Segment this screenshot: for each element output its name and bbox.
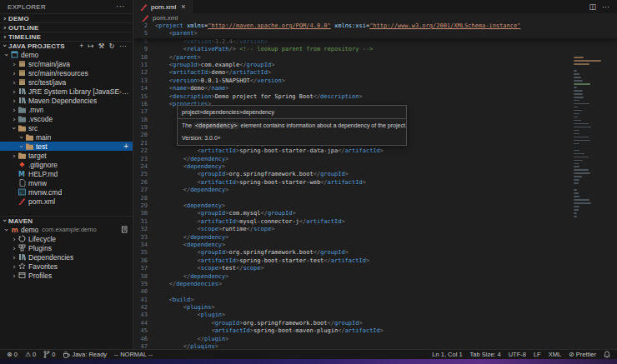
line-number[interactable]: 25	[133, 171, 155, 178]
more-actions-icon[interactable]: ···	[119, 42, 127, 50]
java-projects-item-gitignore[interactable]: .gitignore	[0, 160, 133, 169]
java-projects-item-mvnw-cmd[interactable]: ›mvnw.cmd	[0, 187, 133, 197]
code-line-25[interactable]: 25 <groupId>org.springframework.boot</gr…	[133, 171, 617, 178]
status-encoding[interactable]: UTF-8	[509, 351, 526, 358]
java-projects-item-jre-system-library-javase-21[interactable]: ›JRE System Library [JavaSE-21]	[0, 87, 133, 96]
line-number[interactable]: 38	[133, 273, 155, 281]
line-number[interactable]: 2	[133, 22, 155, 30]
line-number[interactable]: 12	[133, 69, 155, 77]
line-number[interactable]: 32	[133, 226, 155, 233]
code-line-37[interactable]: 37 <scope>test</scope>	[133, 265, 617, 272]
split-editor-icon[interactable]: ◫	[589, 2, 596, 11]
status-warnings[interactable]: ⚠0	[25, 351, 36, 358]
close-icon[interactable]: ×	[181, 3, 185, 10]
line-number[interactable]: 47	[133, 343, 155, 349]
line-number[interactable]: 24	[133, 163, 155, 171]
line-number[interactable]: 10	[133, 54, 155, 62]
java-projects-item-src-main-java[interactable]: ›src/main/java	[0, 59, 133, 68]
java-projects-item-main[interactable]: ›main	[0, 132, 133, 142]
code-line-32[interactable]: 32 <scope>runtime</scope>	[133, 226, 617, 233]
line-number[interactable]: 27	[133, 187, 155, 194]
code-line-10[interactable]: 10 </parent>	[133, 54, 617, 62]
code-line-12[interactable]: 12 <artifactId>demo</artifactId>	[133, 69, 617, 77]
code-line-27[interactable]: 27 </dependency>	[133, 187, 617, 194]
section-outline[interactable]: ›OUTLINE	[0, 22, 133, 32]
code-editor[interactable]: 8 <version>3.2.4</version>9 <relativePat…	[133, 22, 617, 349]
line-number[interactable]: 37	[133, 265, 155, 272]
code-line-43[interactable]: 43 <plugin>	[133, 312, 617, 319]
line-number[interactable]: 42	[133, 304, 155, 312]
code-line-2[interactable]: 2<project xmlns="http://maven.apache.org…	[133, 22, 617, 30]
status-eol[interactable]: LF	[534, 351, 541, 358]
line-number[interactable]: 8	[133, 38, 155, 46]
code-line-42[interactable]: 42 <plugins>	[133, 304, 617, 312]
java-projects-item-pom-xml[interactable]: pom.xml	[0, 197, 133, 206]
code-line-29[interactable]: 29 <dependency>	[133, 202, 617, 210]
java-projects-item-maven-dependencies[interactable]: ›Maven Dependencies	[0, 96, 133, 105]
maven-item-plugins[interactable]: ›Plugins	[0, 243, 133, 252]
line-number[interactable]: 14	[133, 85, 155, 92]
code-line-9[interactable]: 9 <relativePath/> <!-- lookup parent fro…	[133, 46, 617, 53]
line-number[interactable]: 41	[133, 297, 155, 304]
status-errors[interactable]: ⊗0	[7, 351, 18, 358]
breadcrumb-item[interactable]: pom.xml	[153, 14, 178, 22]
maven-item-profiles[interactable]: ›Profiles	[0, 271, 133, 280]
more-actions-icon[interactable]: ···	[602, 2, 609, 11]
maven-item-favorites[interactable]: ›Favorites	[0, 262, 133, 271]
status-language-mode[interactable]: XML	[549, 351, 561, 358]
line-number[interactable]: 9	[133, 46, 155, 53]
line-number[interactable]: 44	[133, 320, 155, 327]
new-file-icon[interactable]: +	[123, 143, 130, 150]
section-demo[interactable]: ›DEMO	[0, 13, 133, 22]
code-line-24[interactable]: 24 <dependency>	[133, 163, 617, 171]
line-number[interactable]: 40	[133, 288, 155, 296]
line-number[interactable]: 34	[133, 242, 155, 249]
line-number[interactable]: 28	[133, 195, 155, 202]
code-line-31[interactable]: 31 <artifactId>mysql-connector-j</artifa…	[133, 218, 617, 226]
line-number[interactable]: 30	[133, 210, 155, 217]
section-maven[interactable]: › MAVEN	[0, 216, 133, 225]
code-line-36[interactable]: 36 <artifactId>spring-boot-starter-test<…	[133, 257, 617, 265]
maven-item-dependencies[interactable]: ›Dependencies	[0, 252, 133, 262]
line-number[interactable]: 35	[133, 249, 155, 257]
code-line-8[interactable]: 8 <version>3.2.4</version>	[133, 38, 617, 46]
code-line-30[interactable]: 30 <groupId>com.mysql</groupId>	[133, 210, 617, 217]
status-notifications[interactable]	[604, 351, 610, 358]
line-number[interactable]: 22	[133, 147, 155, 155]
code-line-38[interactable]: 38 </dependency>	[133, 273, 617, 281]
line-number[interactable]: 11	[133, 62, 155, 69]
status-indentation[interactable]: Tab Size: 4	[470, 351, 501, 358]
section-timeline[interactable]: ›TIMELINE	[0, 32, 133, 41]
line-number[interactable]: 45	[133, 327, 155, 335]
status-cursor-position[interactable]: Ln 1, Col 1	[432, 351, 462, 358]
export-jar-icon[interactable]: ↦	[88, 42, 93, 50]
code-line-14[interactable]: 14 <name>demo</name>	[133, 85, 617, 92]
code-line-22[interactable]: 22 <artifactId>spring-boot-starter-data-…	[133, 147, 617, 155]
code-line-15[interactable]: 15 <description>Demo project for Spring …	[133, 93, 617, 101]
java-projects-item-target[interactable]: ›target	[0, 151, 133, 160]
line-number[interactable]: 36	[133, 257, 155, 265]
java-projects-item-src-test-java[interactable]: ›src/test/java	[0, 77, 133, 87]
java-projects-item-help-md[interactable]: MHELP.md	[0, 169, 133, 178]
java-projects-item-demo[interactable]: ›demo	[0, 50, 133, 59]
line-number[interactable]: 5	[133, 30, 155, 37]
tab-pom-xml[interactable]: pom.xml ×	[133, 0, 193, 13]
code-line-46[interactable]: 46 </plugin>	[133, 336, 617, 343]
java-projects-item-mvn[interactable]: ›.mvn	[0, 105, 133, 114]
code-line-26[interactable]: 26 <artifactId>spring-boot-starter-web</…	[133, 179, 617, 187]
line-number[interactable]: 29	[133, 202, 155, 210]
code-line-45[interactable]: 45 <artifactId>spring-boot-maven-plugin<…	[133, 327, 617, 335]
java-projects-item-mvnw[interactable]: mvnw	[0, 178, 133, 187]
line-number[interactable]: 23	[133, 156, 155, 163]
code-line-34[interactable]: 34 <dependency>	[133, 242, 617, 249]
explorer-more-icon[interactable]: ···	[116, 4, 125, 9]
code-line-28[interactable]: 28	[133, 195, 617, 202]
code-line-5[interactable]: 5 <parent>	[133, 30, 617, 37]
line-number[interactable]: 19	[133, 124, 155, 132]
code-line-40[interactable]: 40	[133, 288, 617, 296]
code-line-39[interactable]: 39 </dependencies>	[133, 281, 617, 288]
status-forwarded-ports[interactable]: 0	[43, 351, 55, 358]
build-workspace-icon[interactable]: ⚒	[98, 42, 105, 50]
line-number[interactable]: 26	[133, 179, 155, 187]
code-line-23[interactable]: 23 </dependency>	[133, 156, 617, 163]
